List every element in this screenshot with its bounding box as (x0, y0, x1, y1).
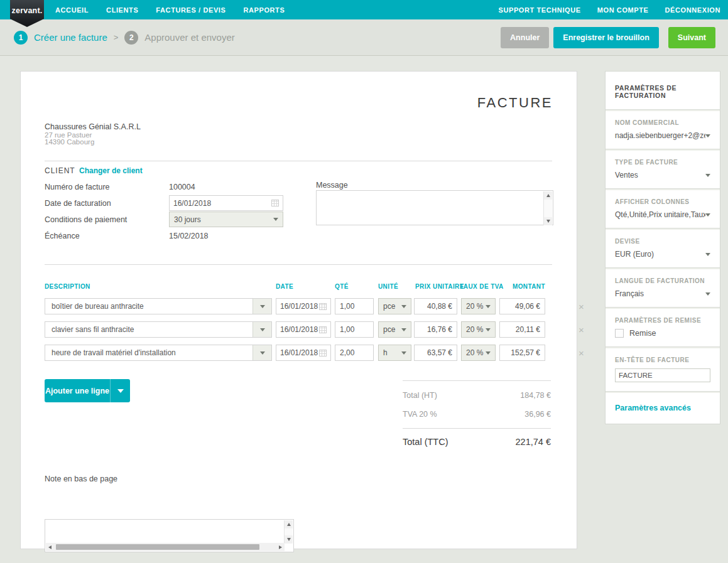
nav-item-rapports[interactable]: RAPPORTS (243, 6, 285, 14)
footer-note-hscrollbar[interactable] (46, 543, 285, 551)
payment-terms-select[interactable]: 30 jours (169, 212, 283, 227)
amount-input[interactable] (499, 298, 545, 314)
footer-note-vscrollbar[interactable] (284, 520, 293, 544)
invoice-date-label: Date de facturation (45, 199, 111, 208)
col-header-vat: TAUX DE TVA (460, 283, 504, 290)
line-date-input[interactable]: 16/01/2018 (276, 321, 331, 338)
total-label: Total (TTC) (403, 437, 448, 447)
nav-item-accueil[interactable]: ACCUEIL (55, 6, 89, 14)
add-line-dropdown-toggle[interactable] (110, 379, 130, 402)
remove-line-icon[interactable]: × (579, 321, 584, 338)
vat-select[interactable]: 20 % (461, 345, 496, 361)
total-row: Total (TTC) 221,74 € (403, 437, 551, 447)
scroll-right-icon[interactable] (276, 543, 285, 551)
discount-settings-label: PARAMÈTRES DE REMISE (615, 317, 710, 324)
totals-section: Total (HT) 184,78 € TVA 20 % 36,96 € Tot… (403, 380, 551, 447)
qty-input[interactable] (335, 298, 374, 314)
line-date-value: 16/01/2018 (280, 302, 318, 311)
message-scrollbar[interactable] (543, 191, 552, 225)
calendar-icon[interactable] (319, 303, 327, 310)
chevron-down-icon (117, 389, 124, 393)
scroll-left-icon[interactable] (46, 543, 54, 551)
cancel-button[interactable]: Annuler (501, 27, 549, 48)
nav-item-mon-compte[interactable]: MON COMPTE (597, 6, 649, 14)
payment-terms-label: Conditions de paiement (45, 215, 127, 224)
description-input[interactable]: clavier sans fil anthracite (45, 321, 272, 338)
language-value: Français (615, 289, 644, 298)
invoice-date-input[interactable]: 16/01/2018 (169, 195, 283, 211)
unit-select[interactable]: pce (378, 321, 411, 338)
currency-dropdown[interactable]: EUR (Euro) (615, 250, 710, 259)
vat-value: 20 % (466, 325, 483, 334)
message-textarea[interactable] (316, 190, 553, 225)
remove-line-icon[interactable]: × (579, 298, 584, 314)
nav-item-clients[interactable]: CLIENTS (106, 6, 138, 14)
sidebar-section-header: EN-TÊTE DE FACTURE (606, 348, 720, 391)
unit-select[interactable]: pce (378, 298, 411, 314)
unit-price-input[interactable] (414, 345, 457, 361)
line-date-input[interactable]: 16/01/2018 (276, 345, 331, 361)
calendar-icon[interactable] (319, 326, 327, 333)
chevron-down-icon[interactable] (253, 299, 271, 314)
scroll-up-icon[interactable] (285, 520, 293, 528)
sidebar-section-trading-name: NOM COMMERCIAL nadja.siebenbuerger+2@ze.… (606, 111, 720, 149)
invoice-type-dropdown[interactable]: Ventes (615, 171, 710, 180)
qty-input[interactable] (335, 321, 374, 338)
sidebar-section-language: LANGUE DE FACTURATION Français (606, 269, 720, 307)
language-label: LANGUE DE FACTURATION (615, 277, 710, 284)
columns-label: AFFICHER COLONNES (615, 198, 710, 205)
columns-dropdown[interactable]: Qté,Unité,Prix unitaire,Taux... (615, 210, 710, 219)
next-button[interactable]: Suivant (668, 27, 715, 48)
unit-price-input[interactable] (414, 298, 457, 314)
remove-line-icon[interactable]: × (579, 345, 584, 361)
chevron-down-icon[interactable] (253, 322, 271, 337)
add-line-button[interactable]: Ajouter une ligne (45, 379, 130, 402)
amount-input[interactable] (499, 321, 545, 338)
step-2-circle: 2 (124, 31, 138, 45)
vat-select[interactable]: 20 % (461, 298, 496, 314)
unit-value: pce (383, 302, 395, 311)
client-address-line2: 14390 Cabourg (45, 138, 94, 146)
advanced-settings-link[interactable]: Paramètres avancés (606, 393, 720, 424)
line-date-value: 16/01/2018 (280, 348, 318, 357)
change-client-link[interactable]: Changer de client (79, 166, 143, 175)
scroll-down-icon[interactable] (285, 535, 293, 544)
vat-value: 20 % (466, 302, 483, 311)
sidebar-section-invoice-type: TYPE DE FACTURE Ventes (606, 151, 720, 188)
remise-checkbox[interactable] (615, 329, 624, 338)
scroll-up-icon[interactable] (544, 191, 552, 200)
vat-row: TVA 20 % 36,96 € (403, 410, 551, 419)
invoice-number-label: Numéro de facture (45, 183, 110, 191)
scroll-down-icon[interactable] (544, 217, 552, 225)
nav-item-support-technique[interactable]: SUPPORT TECHNIQUE (499, 6, 581, 14)
calendar-icon[interactable] (271, 200, 279, 206)
chevron-down-icon (705, 134, 710, 137)
qty-input[interactable] (335, 345, 374, 361)
nav-item-factures-devis[interactable]: FACTURES / DEVIS (156, 6, 225, 14)
remise-checkbox-label: Remise (629, 329, 656, 338)
col-header-date: DATE (276, 283, 293, 290)
calendar-icon[interactable] (319, 350, 327, 357)
chevron-down-icon[interactable] (253, 345, 271, 360)
trading-name-dropdown[interactable]: nadja.siebenbuerger+2@ze... (615, 131, 710, 140)
chevron-down-icon (705, 292, 710, 296)
description-input[interactable]: heure de travail matériel d'installation (45, 345, 272, 361)
amount-input[interactable] (499, 345, 545, 361)
save-draft-button[interactable]: Enregistrer le brouillon (553, 27, 659, 48)
invoice-header-input[interactable] (615, 368, 710, 382)
nav-item-deconnexion[interactable]: DÉCONNEXION (665, 6, 721, 14)
unit-select[interactable]: h (378, 345, 411, 361)
language-dropdown[interactable]: Français (615, 289, 710, 298)
line-date-input[interactable]: 16/01/2018 (276, 298, 331, 314)
client-label: CLIENT (45, 166, 75, 175)
client-name: Chaussures Génial S.A.R.L (45, 122, 141, 131)
unit-price-input[interactable] (414, 321, 457, 338)
hscrollbar-thumb[interactable] (56, 544, 259, 550)
divider (45, 264, 552, 265)
description-input[interactable]: boîtier de bureau anthracite (45, 298, 272, 314)
invoice-number-value: 100004 (169, 183, 195, 191)
col-header-unit: UNITÉ (378, 283, 398, 290)
trading-name-label: NOM COMMERCIAL (615, 119, 710, 126)
vat-select[interactable]: 20 % (461, 321, 496, 338)
footer-note-textarea[interactable] (45, 519, 294, 552)
